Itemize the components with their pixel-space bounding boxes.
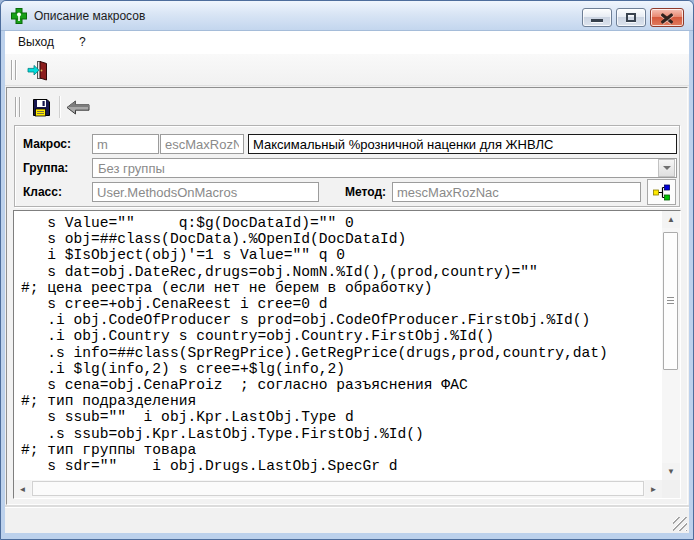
scroll-up-button[interactable]: ▲	[662, 211, 680, 228]
chevron-down-icon	[663, 166, 671, 170]
client-area: Выход ?	[5, 31, 689, 533]
window-title: Описание макросов	[34, 9, 145, 23]
back-arrow-icon	[66, 100, 90, 115]
code-line: s Value="" q:$g(DocDataId)="" 0	[21, 215, 662, 231]
minimize-button[interactable]	[582, 8, 612, 27]
class-label: Класс:	[23, 185, 62, 199]
code-line: s cree=+obj.CenaReest i cree=0 d	[21, 296, 662, 312]
dialog-window: Описание макросов Выход ?	[0, 0, 694, 540]
scroll-left-button[interactable]: ◄	[14, 480, 31, 498]
toolbar-separator	[59, 96, 60, 118]
code-editor[interactable]: s Value="" q:$g(DocDataId)="" 0 s obj=##…	[14, 211, 662, 480]
class-tree-icon	[652, 183, 671, 202]
menubar: Выход ?	[5, 31, 689, 53]
method-input[interactable]	[392, 182, 641, 202]
horizontal-scrollbar-thumb[interactable]	[32, 481, 644, 496]
pharmacy-cross-icon	[11, 8, 27, 24]
maximize-icon	[626, 13, 636, 22]
statusbar	[5, 507, 689, 533]
code-line: s sdr="" i obj.Drugs.LastObj.SpecGr d	[21, 458, 662, 474]
group-combobox[interactable]: Без группы	[92, 158, 677, 178]
scroll-right-button[interactable]: ►	[645, 480, 662, 498]
macro-label: Макрос:	[23, 137, 71, 151]
combo-dropdown-button[interactable]	[658, 159, 675, 177]
macro-description-input[interactable]	[248, 134, 677, 154]
method-tree-button[interactable]	[647, 179, 676, 205]
menu-help[interactable]: ?	[75, 33, 90, 51]
close-icon	[661, 13, 673, 23]
code-line: .i obj.CodeOfProducer s prod=obj.CodeOfP…	[21, 312, 662, 328]
code-line: #; тип группы товара	[21, 442, 662, 458]
titlebar[interactable]: Описание макросов	[1, 1, 693, 31]
scroll-down-button[interactable]: ▼	[662, 463, 680, 480]
code-line: s cena=obj.CenaProiz ; согласно разъясне…	[21, 377, 662, 393]
horizontal-scrollbar[interactable]: ◄ ►	[14, 480, 662, 498]
code-line: i $IsObject(obj)'=1 s Value="" q 0	[21, 247, 662, 263]
code-line: .i $lg(info,2) s cree=+$lg(info,2)	[21, 361, 662, 377]
code-line: s obj=##class(DocData).%OpenId(DocDataId…	[21, 231, 662, 247]
class-input[interactable]	[92, 182, 319, 202]
close-button[interactable]	[650, 8, 684, 27]
code-line: #; тип подразделения	[21, 393, 662, 409]
minimize-icon	[591, 19, 603, 22]
group-label: Группа:	[23, 161, 68, 175]
code-line: s dat=obj.DateRec,drugs=obj.NomN.%Id(),(…	[21, 264, 662, 280]
code-line: .i obj.Country s country=obj.Country.Fir…	[21, 328, 662, 344]
group-value: Без группы	[93, 161, 658, 176]
resize-grip-icon[interactable]	[673, 517, 687, 531]
toolbar-grip[interactable]	[15, 97, 21, 117]
macro-prefix-input[interactable]	[92, 134, 159, 154]
macro-name-input[interactable]	[160, 134, 244, 154]
save-floppy-icon	[31, 97, 52, 118]
scrollbar-corner	[662, 480, 680, 498]
vertical-scrollbar[interactable]: ▲ ▼	[662, 211, 680, 480]
code-line: .s info=##class(SprRegPrice).GetRegPrice…	[21, 345, 662, 361]
code-line: s ssub="" i obj.Kpr.LastObj.Type d	[21, 409, 662, 425]
exit-button[interactable]	[22, 56, 52, 83]
exit-door-icon	[26, 59, 48, 81]
form-panel: Макрос: Группа: Без группы Класс: Метод:	[6, 87, 688, 505]
maximize-button[interactable]	[616, 8, 646, 27]
vertical-scrollbar-thumb[interactable]	[663, 232, 678, 370]
main-toolbar	[5, 53, 689, 86]
code-line: #; цена реестра (если нет не берем в обр…	[21, 280, 662, 296]
code-line: .s ssub=obj.Kpr.LastObj.Type.FirstObj.%I…	[21, 426, 662, 442]
back-button[interactable]	[63, 94, 93, 121]
form-toolbar	[9, 90, 685, 124]
code-editor-frame: s Value="" q:$g(DocDataId)="" 0 s obj=##…	[13, 210, 681, 499]
toolbar-grip[interactable]	[11, 60, 17, 80]
save-button[interactable]	[26, 94, 56, 121]
menu-exit[interactable]: Выход	[14, 33, 58, 51]
macro-form-groupbox: Макрос: Группа: Без группы Класс: Метод:	[14, 125, 680, 207]
method-label: Метод:	[345, 185, 386, 199]
